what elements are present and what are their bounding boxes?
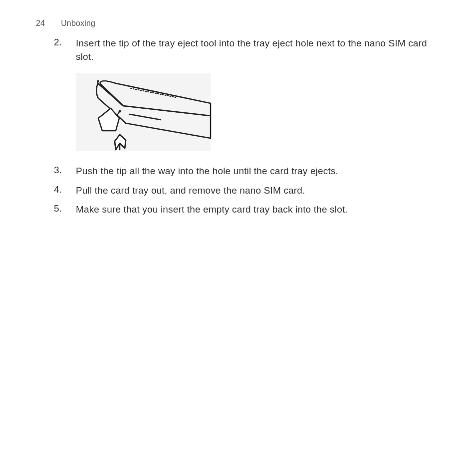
step-number: 2. [54, 37, 76, 48]
step-5: 5. Make sure that you insert the empty c… [54, 203, 436, 217]
page-header: 24 Unboxing [0, 0, 476, 28]
step-2: 2. Insert the tip of the tray eject tool… [54, 37, 436, 63]
step-text: Insert the tip of the tray eject tool in… [76, 37, 436, 63]
section-title: Unboxing [61, 19, 95, 28]
step-text: Pull the card tray out, and remove the n… [76, 184, 436, 198]
content-area: 2. Insert the tip of the tray eject tool… [0, 28, 476, 217]
step-4: 4. Pull the card tray out, and remove th… [54, 184, 436, 198]
step-number: 4. [54, 184, 76, 195]
page-number: 24 [36, 19, 45, 28]
step-text: Make sure that you insert the empty card… [76, 203, 436, 217]
step-text: Push the tip all the way into the hole u… [76, 165, 436, 178]
sim-eject-illustration [76, 73, 211, 151]
step-number: 5. [54, 203, 76, 214]
step-number: 3. [54, 165, 76, 176]
step-3: 3. Push the tip all the way into the hol… [54, 165, 436, 178]
